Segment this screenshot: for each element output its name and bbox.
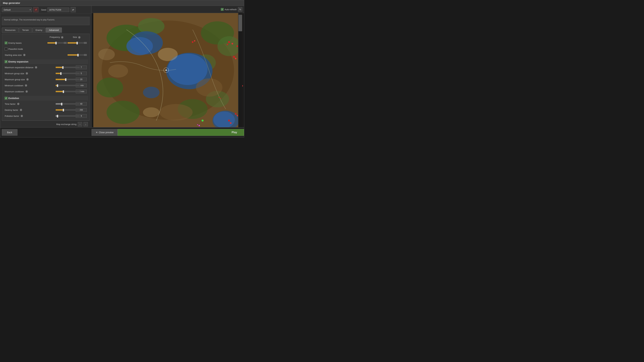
tab-terrain[interactable]: Terrain	[19, 27, 32, 33]
tab-advanced[interactable]: Advanced	[46, 27, 62, 33]
enemy-bases-checkbox[interactable]	[5, 41, 8, 44]
max-expansion-distance-label: Maximum expansion distance i	[5, 66, 56, 69]
evolution-header: Evolution	[3, 96, 88, 100]
svg-point-32	[228, 120, 230, 122]
refresh-map-button[interactable]: ↻	[238, 7, 242, 11]
destroy-factor-label: Destroy factor i	[5, 109, 56, 111]
svg-point-41	[166, 69, 167, 71]
frequency-info-icon[interactable]: i	[61, 36, 64, 38]
svg-point-26	[232, 43, 233, 44]
svg-point-25	[228, 41, 230, 43]
svg-rect-49	[238, 15, 242, 31]
tab-resources[interactable]: Resources	[2, 27, 18, 33]
max-group-slider[interactable]	[56, 78, 75, 81]
starting-area-label: Starting area size i	[5, 54, 68, 56]
max-expansion-slider[interactable]	[56, 66, 75, 69]
svg-point-20	[108, 64, 128, 78]
right-panel: Auto-refresh ↻	[92, 6, 244, 127]
time-factor-row: Time factor i	[3, 101, 88, 107]
shuffle-seed-button[interactable]: ⇄	[70, 7, 76, 12]
seed-input[interactable]	[48, 7, 69, 12]
footer-left: Back	[0, 128, 92, 137]
svg-point-27	[227, 44, 228, 45]
destroy-factor-info[interactable]: i	[20, 109, 22, 111]
max-cooldown-label: Maximum cooldown i	[5, 90, 56, 93]
peaceful-mode-checkbox[interactable]	[5, 48, 8, 50]
settings-header: Frequency i Size i	[3, 35, 88, 39]
max-cooldown-info[interactable]: i	[26, 90, 28, 93]
map-exchange-import-button[interactable]: ↑	[78, 122, 82, 126]
min-group-size-row: Minimum group size i	[3, 70, 88, 76]
title-bar: Map generator	[0, 0, 244, 6]
left-panel: Default Marathon Death World Peaceful Cu…	[0, 6, 92, 127]
tabs: Resources Terrain Enemy Advanced	[2, 27, 90, 33]
min-cooldown-info[interactable]: i	[25, 84, 27, 87]
bottom-bar: Map exchange string ↑ ↓	[2, 120, 90, 127]
preset-select[interactable]: Default Marathon Death World Peaceful Cu…	[2, 7, 32, 12]
svg-point-33	[230, 122, 232, 124]
svg-point-31	[235, 58, 236, 59]
max-cooldown-slider[interactable]	[56, 90, 75, 93]
svg-point-35	[237, 115, 238, 116]
svg-point-36	[192, 41, 194, 43]
min-group-slider[interactable]	[56, 72, 75, 75]
starting-area-slider[interactable]	[68, 53, 87, 56]
svg-point-24	[143, 107, 160, 117]
enemy-expansion-checkbox[interactable]	[5, 60, 8, 63]
play-button[interactable]: Play	[118, 129, 244, 136]
evolution-checkbox[interactable]	[5, 97, 8, 99]
size-info-icon[interactable]: i	[78, 36, 80, 38]
tab-enemy[interactable]: Enemy	[32, 27, 46, 33]
time-factor-label: Time factor i	[5, 103, 56, 105]
destroy-factor-row: Destroy factor i	[3, 107, 88, 113]
enemy-bases-size-slider[interactable]	[68, 41, 87, 44]
svg-rect-48	[238, 13, 238, 127]
pollution-factor-info[interactable]: i	[21, 115, 23, 117]
map-canvas	[92, 13, 244, 127]
size-header: Size i	[66, 36, 87, 38]
enemy-bases-label: Enemy bases	[5, 41, 47, 44]
max-group-info[interactable]: i	[26, 78, 29, 81]
min-cooldown-label: Minimum cooldown i	[5, 84, 56, 87]
max-group-size-label: Maximum group size i	[5, 78, 56, 81]
auto-refresh-label[interactable]: Auto-refresh	[221, 8, 237, 11]
svg-point-23	[158, 48, 178, 61]
reset-button[interactable]: ↺	[33, 7, 38, 12]
max-group-size-row: Maximum group size i	[3, 76, 88, 82]
max-expansion-info[interactable]: i	[35, 66, 37, 68]
enemy-bases-row: Enemy bases	[3, 40, 88, 46]
main-content: Default Marathon Death World Peaceful Cu…	[0, 6, 244, 127]
peaceful-mode-label: Peaceful mode	[5, 48, 87, 50]
back-button[interactable]: Back	[2, 129, 18, 136]
map-exchange-export-button[interactable]: ↓	[84, 122, 88, 126]
min-group-info[interactable]: i	[26, 72, 28, 75]
svg-point-34	[235, 113, 236, 115]
pollution-factor-label: Pollution factor i	[5, 115, 56, 117]
svg-point-18	[143, 87, 160, 98]
svg-point-19	[196, 78, 222, 97]
svg-point-10	[106, 101, 140, 124]
svg-point-43	[198, 125, 200, 126]
svg-point-37	[194, 40, 195, 41]
settings-area: Frequency i Size i Enemy bases	[2, 34, 90, 120]
auto-refresh-checkbox[interactable]	[221, 8, 224, 11]
destroy-factor-slider[interactable]	[56, 108, 75, 111]
seed-label: Seed	[41, 8, 46, 11]
pollution-factor-slider[interactable]	[56, 114, 75, 117]
enemy-bases-frequency-slider[interactable]	[47, 41, 66, 44]
svg-point-45	[218, 97, 220, 98]
svg-point-30	[233, 56, 235, 58]
svg-point-44	[197, 124, 198, 125]
map-preview	[92, 13, 244, 127]
description-text: Normal settings. The recommended way to …	[4, 18, 55, 21]
min-cooldown-slider[interactable]	[56, 84, 75, 87]
time-factor-info[interactable]: i	[17, 103, 20, 105]
svg-point-21	[160, 104, 192, 121]
starting-area-info-icon[interactable]: i	[23, 54, 26, 56]
close-preview-button[interactable]: ✕ Close preview	[92, 129, 118, 136]
map-generator-window: Map generator Default Marathon Death Wor…	[0, 0, 244, 137]
map-exchange-string-area: Map exchange string ↑ ↓	[56, 122, 88, 126]
time-factor-slider[interactable]	[56, 102, 75, 105]
starting-area-row: Starting area size i	[3, 52, 88, 58]
min-cooldown-row: Minimum cooldown i	[3, 82, 88, 88]
